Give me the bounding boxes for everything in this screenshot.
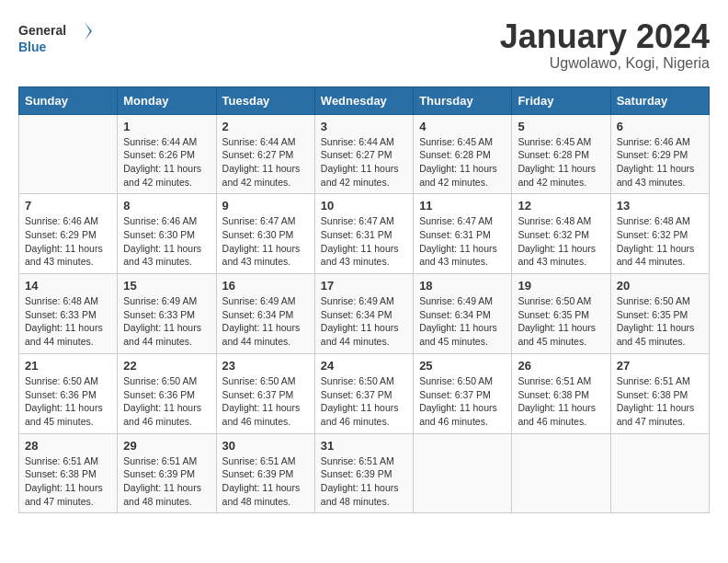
calendar-cell: 13 Sunrise: 6:48 AM Sunset: 6:32 PM Dayl… [610,194,709,274]
svg-text:General: General [18,23,66,38]
cell-info: Sunrise: 6:48 AM Sunset: 6:32 PM Dayligh… [518,214,604,269]
calendar-cell: 17 Sunrise: 6:49 AM Sunset: 6:34 PM Dayl… [314,274,413,354]
calendar-cell: 31 Sunrise: 6:51 AM Sunset: 6:39 PM Dayl… [314,433,413,513]
cell-info: Sunrise: 6:44 AM Sunset: 6:27 PM Dayligh… [321,135,407,190]
calendar-cell: 4 Sunrise: 6:45 AM Sunset: 6:28 PM Dayli… [414,114,512,194]
calendar-cell [512,433,610,513]
day-number: 11 [419,199,506,213]
day-number: 24 [321,359,407,373]
location: Ugwolawo, Kogi, Nigeria [500,55,710,72]
day-number: 14 [25,279,111,293]
cell-info: Sunrise: 6:49 AM Sunset: 6:34 PM Dayligh… [419,294,506,349]
day-header-wednesday: Wednesday [314,86,413,114]
header-row: SundayMondayTuesdayWednesdayThursdayFrid… [19,86,710,114]
calendar-cell [19,114,118,194]
calendar-cell: 16 Sunrise: 6:49 AM Sunset: 6:34 PM Dayl… [216,274,314,354]
logo: General Blue [18,18,92,57]
calendar-cell: 26 Sunrise: 6:51 AM Sunset: 6:38 PM Dayl… [512,353,610,433]
day-number: 12 [518,199,604,213]
calendar-cell: 23 Sunrise: 6:50 AM Sunset: 6:37 PM Dayl… [216,353,314,433]
day-number: 5 [518,120,604,133]
day-number: 4 [419,120,506,133]
cell-info: Sunrise: 6:50 AM Sunset: 6:36 PM Dayligh… [25,374,111,429]
day-number: 25 [419,359,506,373]
calendar-cell: 8 Sunrise: 6:46 AM Sunset: 6:30 PM Dayli… [118,194,216,274]
calendar-cell: 21 Sunrise: 6:50 AM Sunset: 6:36 PM Dayl… [19,353,118,433]
cell-info: Sunrise: 6:47 AM Sunset: 6:31 PM Dayligh… [321,214,407,269]
cell-info: Sunrise: 6:45 AM Sunset: 6:28 PM Dayligh… [518,135,604,190]
cell-info: Sunrise: 6:44 AM Sunset: 6:27 PM Dayligh… [222,135,309,190]
calendar-cell: 19 Sunrise: 6:50 AM Sunset: 6:35 PM Dayl… [512,274,610,354]
day-header-tuesday: Tuesday [216,86,314,114]
cell-info: Sunrise: 6:50 AM Sunset: 6:37 PM Dayligh… [419,374,506,429]
svg-marker-2 [85,22,92,40]
day-number: 29 [123,439,210,453]
calendar-cell: 1 Sunrise: 6:44 AM Sunset: 6:26 PM Dayli… [118,114,216,194]
calendar-cell: 22 Sunrise: 6:50 AM Sunset: 6:36 PM Dayl… [118,353,216,433]
cell-info: Sunrise: 6:51 AM Sunset: 6:38 PM Dayligh… [617,374,703,429]
day-number: 21 [25,359,111,373]
month-title: January 2024 [500,18,710,55]
calendar-cell: 6 Sunrise: 6:46 AM Sunset: 6:29 PM Dayli… [610,114,709,194]
cell-info: Sunrise: 6:49 AM Sunset: 6:34 PM Dayligh… [222,294,309,349]
day-number: 26 [518,359,604,373]
svg-text:Blue: Blue [18,40,47,54]
cell-info: Sunrise: 6:50 AM Sunset: 6:37 PM Dayligh… [222,374,309,429]
cell-info: Sunrise: 6:50 AM Sunset: 6:37 PM Dayligh… [321,374,407,429]
title-block: January 2024 Ugwolawo, Kogi, Nigeria [500,18,710,72]
day-number: 17 [321,279,407,293]
day-number: 16 [222,279,309,293]
cell-info: Sunrise: 6:48 AM Sunset: 6:33 PM Dayligh… [25,294,111,349]
day-number: 6 [617,120,703,133]
cell-info: Sunrise: 6:50 AM Sunset: 6:35 PM Dayligh… [518,294,604,349]
day-number: 22 [123,359,210,373]
day-number: 10 [321,199,407,213]
calendar-cell: 24 Sunrise: 6:50 AM Sunset: 6:37 PM Dayl… [314,353,413,433]
cell-info: Sunrise: 6:46 AM Sunset: 6:30 PM Dayligh… [123,214,210,269]
cell-info: Sunrise: 6:51 AM Sunset: 6:38 PM Dayligh… [518,374,604,429]
calendar-cell [414,433,512,513]
calendar-cell: 10 Sunrise: 6:47 AM Sunset: 6:31 PM Dayl… [314,194,413,274]
cell-info: Sunrise: 6:46 AM Sunset: 6:29 PM Dayligh… [617,135,703,190]
cell-info: Sunrise: 6:51 AM Sunset: 6:39 PM Dayligh… [321,454,407,509]
logo-svg: General Blue [18,18,92,57]
day-header-monday: Monday [118,86,216,114]
page-header: General Blue January 2024 Ugwolawo, Kogi… [18,18,710,72]
cell-info: Sunrise: 6:49 AM Sunset: 6:34 PM Dayligh… [321,294,407,349]
calendar-cell: 20 Sunrise: 6:50 AM Sunset: 6:35 PM Dayl… [610,274,709,354]
day-number: 8 [123,199,210,213]
day-number: 28 [25,439,111,453]
day-number: 7 [25,199,111,213]
day-header-sunday: Sunday [19,86,118,114]
week-row-5: 28 Sunrise: 6:51 AM Sunset: 6:38 PM Dayl… [19,433,710,513]
cell-info: Sunrise: 6:50 AM Sunset: 6:36 PM Dayligh… [123,374,210,429]
week-row-2: 7 Sunrise: 6:46 AM Sunset: 6:29 PM Dayli… [19,194,710,274]
cell-info: Sunrise: 6:44 AM Sunset: 6:26 PM Dayligh… [123,135,210,190]
cell-info: Sunrise: 6:48 AM Sunset: 6:32 PM Dayligh… [617,214,703,269]
calendar-cell: 11 Sunrise: 6:47 AM Sunset: 6:31 PM Dayl… [414,194,512,274]
calendar-cell: 12 Sunrise: 6:48 AM Sunset: 6:32 PM Dayl… [512,194,610,274]
calendar-cell: 29 Sunrise: 6:51 AM Sunset: 6:39 PM Dayl… [118,433,216,513]
cell-info: Sunrise: 6:47 AM Sunset: 6:30 PM Dayligh… [222,214,309,269]
day-number: 18 [419,279,506,293]
day-number: 9 [222,199,309,213]
day-number: 19 [518,279,604,293]
calendar-table: SundayMondayTuesdayWednesdayThursdayFrid… [18,86,710,514]
day-number: 13 [617,199,703,213]
day-header-thursday: Thursday [414,86,512,114]
day-number: 31 [321,439,407,453]
calendar-cell: 18 Sunrise: 6:49 AM Sunset: 6:34 PM Dayl… [414,274,512,354]
day-number: 15 [123,279,210,293]
cell-info: Sunrise: 6:51 AM Sunset: 6:38 PM Dayligh… [25,454,111,509]
cell-info: Sunrise: 6:45 AM Sunset: 6:28 PM Dayligh… [419,135,506,190]
week-row-3: 14 Sunrise: 6:48 AM Sunset: 6:33 PM Dayl… [19,274,710,354]
day-header-friday: Friday [512,86,610,114]
calendar-cell: 3 Sunrise: 6:44 AM Sunset: 6:27 PM Dayli… [314,114,413,194]
week-row-1: 1 Sunrise: 6:44 AM Sunset: 6:26 PM Dayli… [19,114,710,194]
cell-info: Sunrise: 6:49 AM Sunset: 6:33 PM Dayligh… [123,294,210,349]
calendar-cell: 30 Sunrise: 6:51 AM Sunset: 6:39 PM Dayl… [216,433,314,513]
calendar-cell: 27 Sunrise: 6:51 AM Sunset: 6:38 PM Dayl… [610,353,709,433]
day-number: 27 [617,359,703,373]
week-row-4: 21 Sunrise: 6:50 AM Sunset: 6:36 PM Dayl… [19,353,710,433]
day-number: 2 [222,120,309,133]
